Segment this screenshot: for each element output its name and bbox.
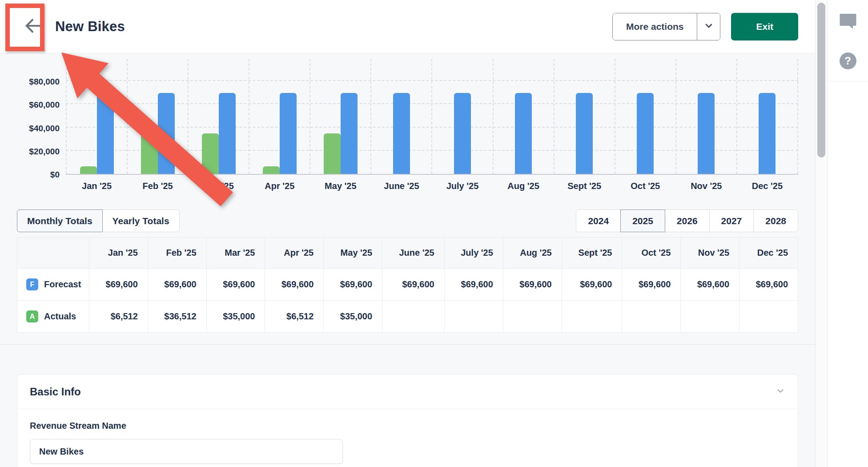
arrow-left-icon [23,16,44,37]
table-value-cell[interactable]: $69,600 [681,269,739,301]
table-value-cell[interactable] [382,301,445,333]
chart-month-cell: Sept '25 [554,59,615,174]
chart-month-cell: Apr '25 [249,59,309,174]
more-actions-dropdown-button[interactable] [697,13,720,40]
actuals-badge-icon: A [26,310,38,322]
row-label: AActuals [26,310,89,322]
table-value-cell[interactable] [622,301,681,333]
basic-info-header[interactable]: Basic Info [17,374,798,409]
totals-table: Jan '25Feb '25Mar '25Apr '25May '25June … [17,237,798,333]
table-value-cell[interactable] [681,301,739,333]
table-value-cell[interactable]: $69,600 [89,269,148,301]
table-value-cell[interactable] [503,301,562,333]
back-button[interactable] [20,9,47,44]
x-axis-tick-label: Nov '25 [676,181,736,191]
table-value-cell[interactable]: $35,000 [206,301,265,333]
table-column-header: Mar '25 [206,238,265,269]
table-value-cell[interactable]: $69,600 [382,269,445,301]
row-label-text: Forecast [44,279,81,290]
table-value-cell[interactable]: $69,600 [503,269,562,301]
chart-month-cell: Nov '25 [675,59,736,174]
top-bar: New Bikes More actions Exit [0,0,815,53]
year-tab-2024[interactable]: 2024 [576,209,621,232]
table-value-cell[interactable]: $69,600 [562,269,622,301]
chart-month-cell: Oct '25 [615,59,675,174]
year-tab-2025[interactable]: 2025 [620,209,665,232]
table-value-cell[interactable]: $69,600 [739,269,798,301]
table-value-cell[interactable]: $6,512 [89,301,148,333]
table-row-forecast: FForecast$69,600$69,600$69,600$69,600$69… [17,269,798,301]
scrollbar-track[interactable] [815,0,827,467]
table-column-header: Dec '25 [739,238,798,269]
chart-bars [67,93,127,174]
table-column-header: Apr '25 [265,238,324,269]
table-value-cell[interactable]: $69,600 [622,269,681,301]
chart-month-cell: May '25 [309,59,370,174]
revenue-stream-name-label: Revenue Stream Name [30,421,785,431]
period-controls: Monthly TotalsYearly Totals 202420252026… [17,209,798,232]
basic-info-title: Basic Info [30,386,81,398]
actuals-bar [80,166,97,174]
chart-month-cell: June '25 [370,59,431,174]
year-tab-2027[interactable]: 2027 [709,209,754,232]
tab-yearly-totals[interactable]: Yearly Totals [102,209,180,232]
y-axis-tick-label: $60,000 [29,100,60,110]
revenue-stream-name-input[interactable] [30,439,343,464]
table-value-cell[interactable]: $36,512 [148,301,206,333]
x-axis-tick-label: Apr '25 [249,181,309,191]
table-column-header: Jan '25 [89,238,148,269]
chevron-down-icon [703,20,714,32]
forecast-bar [637,93,654,174]
year-tab-2028[interactable]: 2028 [753,209,798,232]
table-value-cell[interactable]: $6,512 [265,301,324,333]
content-area: $80,000$60,000$40,000$20,000$0 Jan '25Fe… [0,53,815,467]
year-tab-2026[interactable]: 2026 [665,209,710,232]
totals-view-tabs: Monthly TotalsYearly Totals [17,209,180,232]
table-value-cell[interactable]: $69,600 [444,269,503,301]
y-axis-tick-label: $80,000 [29,77,60,87]
chevron-down-icon[interactable] [776,386,785,398]
main-area: New Bikes More actions Exit $80,000$60,0… [0,0,815,467]
chart-bars [494,93,554,174]
table-column-header: Nov '25 [681,238,739,269]
row-label-text: Actuals [44,311,76,322]
chart-bars [615,93,675,174]
table-value-cell[interactable] [739,301,798,333]
right-rail: ? [827,0,868,467]
table-value-cell[interactable] [562,301,622,333]
comment-icon[interactable] [839,12,857,31]
actuals-bar [324,133,341,174]
tab-monthly-totals[interactable]: Monthly Totals [17,209,103,232]
chart-plot-area: Jan '25Feb '25Mar '25Apr '25May '25June … [66,59,798,175]
forecast-bar [454,93,471,174]
more-actions-split-button: More actions [612,13,721,40]
scrollbar-thumb[interactable] [817,3,825,157]
more-actions-button[interactable]: More actions [613,13,697,40]
x-axis-tick-label: Dec '25 [737,181,797,191]
table-value-cell[interactable]: $69,600 [265,269,324,301]
x-axis-tick-label: Aug '25 [494,181,554,191]
x-axis-tick-label: Feb '25 [128,181,188,191]
x-axis-tick-label: Mar '25 [189,181,249,191]
table-column-header: Feb '25 [148,238,206,269]
table-value-cell[interactable]: $35,000 [324,301,382,333]
exit-button[interactable]: Exit [731,13,798,40]
table-column-header: Aug '25 [503,238,562,269]
chart-bars [128,93,188,174]
forecast-bar [158,93,175,174]
help-icon[interactable]: ? [840,52,856,69]
year-selector: 20242025202620272028 [576,209,798,232]
table-value-cell[interactable]: $69,600 [324,269,382,301]
forecast-bar [280,93,297,174]
section-divider [0,344,815,345]
basic-info-card: Basic Info Revenue Stream Name [17,374,798,467]
table-value-cell[interactable] [444,301,503,333]
table-value-cell[interactable]: $69,600 [148,269,206,301]
table-value-cell[interactable]: $69,600 [206,269,265,301]
table-row-actuals: AActuals$6,512$36,512$35,000$6,512$35,00… [17,301,798,333]
x-axis-tick-label: Jan '25 [67,181,127,191]
chart-bars [249,93,309,174]
forecast-bar [698,93,715,174]
y-axis-tick-label: $0 [50,170,60,180]
chart-month-cell: Mar '25 [188,59,249,174]
